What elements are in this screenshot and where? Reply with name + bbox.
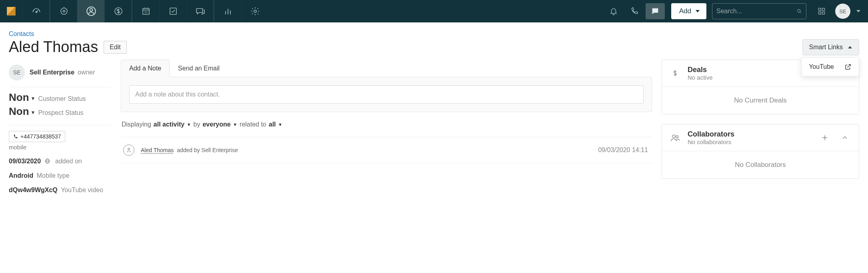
phone-button[interactable]: +447734838537 <box>9 131 65 142</box>
tab-add-note[interactable]: Add a Note <box>121 60 170 77</box>
tab-send-email[interactable]: Send an Email <box>170 60 228 77</box>
collaborators-icon <box>669 132 681 143</box>
filter-related[interactable]: all ▼ <box>269 121 282 128</box>
phone-number: +447734838537 <box>20 133 61 140</box>
caret-down-icon: ▼ <box>31 110 36 115</box>
add-label: Add <box>679 7 691 15</box>
caret-down-icon <box>695 9 700 14</box>
note-input[interactable] <box>129 85 644 104</box>
svg-rect-21 <box>653 11 656 12</box>
activity-item: Aled Thomas added by Sell Enterprise 09/… <box>121 137 652 163</box>
nav-tasks[interactable] <box>159 0 186 22</box>
deals-icon <box>669 68 681 78</box>
svg-point-34 <box>128 148 130 150</box>
caret-down-icon: ▼ <box>31 96 36 101</box>
collab-empty: No Collaborators <box>662 151 859 179</box>
edit-button[interactable]: Edit <box>104 41 127 54</box>
user-menu[interactable]: SE <box>835 4 861 19</box>
activity-contact-link[interactable]: Aled Thomas <box>141 147 174 153</box>
deals-empty: No Current Deals <box>662 86 859 114</box>
top-nav: 31 Add SE <box>0 0 868 22</box>
avatar: SE <box>835 4 850 19</box>
notifications-icon[interactable] <box>604 3 623 19</box>
svg-rect-26 <box>822 8 825 11</box>
smart-links-label: Smart Links <box>809 44 843 51</box>
svg-point-7 <box>90 8 92 11</box>
svg-point-5 <box>63 10 65 12</box>
smart-link-item-label: YouTube <box>809 63 834 70</box>
collab-add-button[interactable] <box>818 131 832 145</box>
activity-tabs: Add a Note Send an Email <box>121 60 652 77</box>
svg-point-38 <box>676 136 678 138</box>
nav-reports[interactable] <box>214 0 241 22</box>
filter-activity[interactable]: all activity ▼ <box>154 121 191 128</box>
nav-dashboard[interactable] <box>22 0 50 22</box>
svg-marker-22 <box>696 10 700 12</box>
svg-marker-29 <box>856 10 860 12</box>
nav-leads[interactable] <box>50 0 77 22</box>
owner-row[interactable]: SE Sell Enterprise owner <box>9 60 111 87</box>
details-sidebar: SE Sell Enterprise owner Non ▼ Customer … <box>9 60 111 194</box>
svg-rect-25 <box>819 8 821 11</box>
svg-point-19 <box>254 10 256 12</box>
collab-collapse-button[interactable] <box>838 131 852 145</box>
owner-role: owner <box>78 69 95 76</box>
customer-status[interactable]: Non ▼ Customer Status <box>9 91 111 104</box>
call-icon[interactable] <box>625 3 644 19</box>
nav-settings[interactable] <box>241 0 268 22</box>
prospect-status[interactable]: Non ▼ Prospect Status <box>9 105 111 118</box>
phone-icon <box>13 134 18 139</box>
svg-point-23 <box>798 10 800 12</box>
person-icon <box>123 145 134 156</box>
meta-mobile-type: Android Mobile type <box>9 172 111 179</box>
apps-icon[interactable] <box>814 3 830 19</box>
caret-up-icon <box>848 45 852 50</box>
svg-point-37 <box>672 135 675 138</box>
nav-comms[interactable] <box>186 0 214 22</box>
meta-added: 09/03/2020 added on <box>9 158 111 165</box>
svg-point-4 <box>61 8 67 14</box>
add-button[interactable]: Add <box>671 3 706 19</box>
external-link-icon <box>844 63 852 70</box>
note-panel <box>121 77 652 112</box>
nav-contacts[interactable] <box>77 0 104 22</box>
svg-text:31: 31 <box>144 10 148 14</box>
caret-down-icon <box>856 9 861 14</box>
owner-name: Sell Enterprise <box>30 69 74 76</box>
nav-deals[interactable] <box>104 0 132 22</box>
svg-rect-28 <box>822 12 825 14</box>
phone-type: mobile <box>9 144 111 151</box>
search-input[interactable] <box>716 8 796 15</box>
collab-title: Collaborators <box>688 130 812 139</box>
page-title: Aled Thomas <box>9 38 98 56</box>
meta-youtube: dQw4w9WgXcQ YouTube video <box>9 187 111 194</box>
activity-time: 09/03/2020 14:11 <box>598 147 648 154</box>
nav-calendar[interactable]: 31 <box>132 0 159 22</box>
collab-subtitle: No collaborators <box>688 139 812 145</box>
search-box[interactable] <box>712 3 806 19</box>
svg-rect-27 <box>819 12 821 14</box>
logo[interactable] <box>0 0 22 22</box>
svg-rect-20 <box>653 10 657 10</box>
deals-title: Deals <box>688 66 812 74</box>
messages-icon[interactable] <box>646 3 665 19</box>
activity-text: added by Sell Enterprise <box>177 147 238 153</box>
search-icon <box>796 7 802 15</box>
smart-links-button[interactable]: Smart Links <box>802 39 859 55</box>
globe-icon <box>44 158 52 165</box>
deals-subtitle: No active <box>688 74 812 81</box>
svg-line-24 <box>800 12 801 13</box>
breadcrumb[interactable]: Contacts <box>9 30 34 38</box>
activity-filter: Displaying all activity ▼ by everyone ▼ … <box>122 121 652 137</box>
smart-links-popover[interactable]: YouTube <box>801 57 859 76</box>
collaborators-card: Collaborators No collaborators No Collab… <box>662 124 859 179</box>
owner-avatar: SE <box>9 64 25 80</box>
filter-by[interactable]: everyone ▼ <box>202 121 237 128</box>
svg-marker-30 <box>848 46 852 48</box>
